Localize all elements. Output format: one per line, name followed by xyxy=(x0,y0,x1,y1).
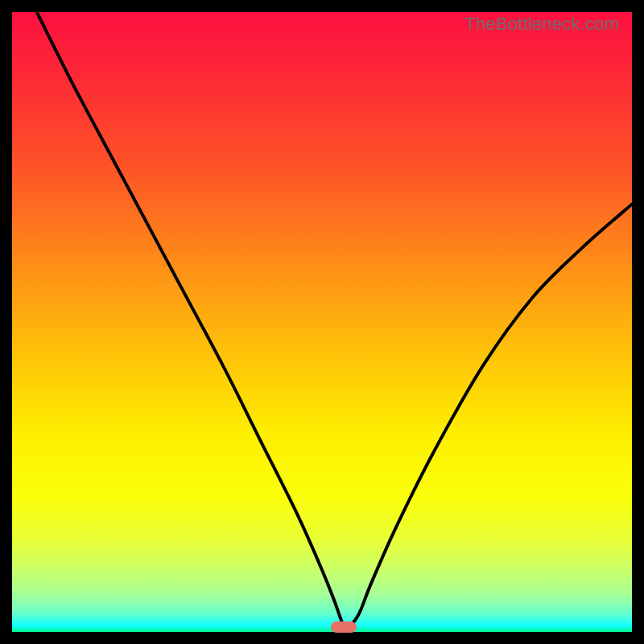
bottleneck-curve xyxy=(12,12,632,632)
chart-plot-area: TheBottleneck.com xyxy=(12,12,632,632)
chart-outer-frame: TheBottleneck.com xyxy=(0,0,644,644)
optimal-point-marker xyxy=(331,621,357,633)
curve-path xyxy=(37,12,632,628)
